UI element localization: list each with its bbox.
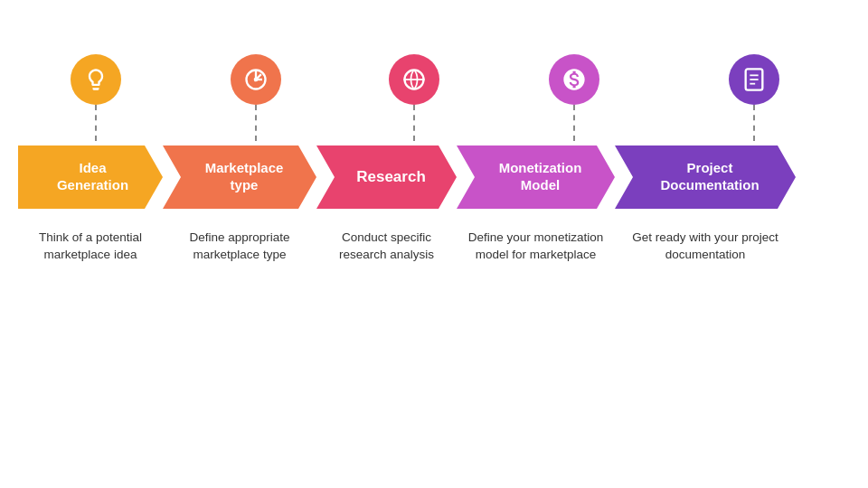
icon-col-research	[344, 54, 484, 141]
icon-col-project-documentation	[664, 54, 844, 141]
arrow-label-project-documentation: Project Documentation	[660, 160, 759, 194]
description-marketplace-type: Define appropriate marketplace type	[163, 230, 316, 264]
diagram: Idea GenerationMarketplace typeResearchM…	[9, 54, 859, 264]
arrow-idea-generation: Idea Generation	[18, 145, 163, 209]
arrow-project-documentation: Project Documentation	[615, 145, 796, 209]
dashed-line-idea-generation	[95, 105, 97, 141]
icon-monetization-model	[549, 54, 599, 105]
description-research: Conduct specific research analysis	[316, 230, 457, 264]
arrows-row: Idea GenerationMarketplace typeResearchM…	[9, 141, 859, 213]
arrow-body-research: Research	[316, 145, 457, 209]
dashed-line-monetization-model	[573, 105, 575, 141]
arrow-label-monetization-model: Monetization Model	[499, 160, 582, 194]
arrow-research: Research	[316, 145, 457, 209]
dashed-line-research	[413, 105, 415, 141]
icon-col-monetization-model	[495, 54, 653, 141]
arrow-marketplace-type: Marketplace type	[163, 145, 316, 209]
icon-marketplace-type	[231, 54, 281, 105]
icon-col-marketplace-type	[179, 54, 333, 141]
dashed-line-project-documentation	[753, 105, 755, 141]
icons-row	[9, 54, 859, 141]
arrow-body-idea-generation: Idea Generation	[18, 145, 163, 209]
arrow-label-marketplace-type: Marketplace type	[205, 160, 284, 194]
description-idea-generation: Think of a potential marketplace idea	[18, 230, 163, 264]
arrow-body-monetization-model: Monetization Model	[457, 145, 615, 209]
icon-research	[389, 54, 439, 105]
icon-col-idea-generation	[24, 54, 168, 141]
description-monetization-model: Define your monetization model for marke…	[457, 230, 615, 264]
arrow-monetization-model: Monetization Model	[457, 145, 615, 209]
arrow-body-marketplace-type: Marketplace type	[163, 145, 316, 209]
arrow-label-research: Research	[356, 167, 426, 186]
page-container: Idea GenerationMarketplace typeResearchM…	[0, 0, 868, 488]
description-project-documentation: Get ready with your project documentatio…	[615, 230, 796, 264]
icon-project-documentation	[729, 54, 779, 105]
arrow-body-project-documentation: Project Documentation	[615, 145, 796, 209]
dashed-line-marketplace-type	[255, 105, 257, 141]
icon-idea-generation	[71, 54, 121, 105]
arrow-label-idea-generation: Idea Generation	[57, 160, 128, 194]
labels-row: Think of a potential marketplace ideaDef…	[9, 230, 859, 264]
